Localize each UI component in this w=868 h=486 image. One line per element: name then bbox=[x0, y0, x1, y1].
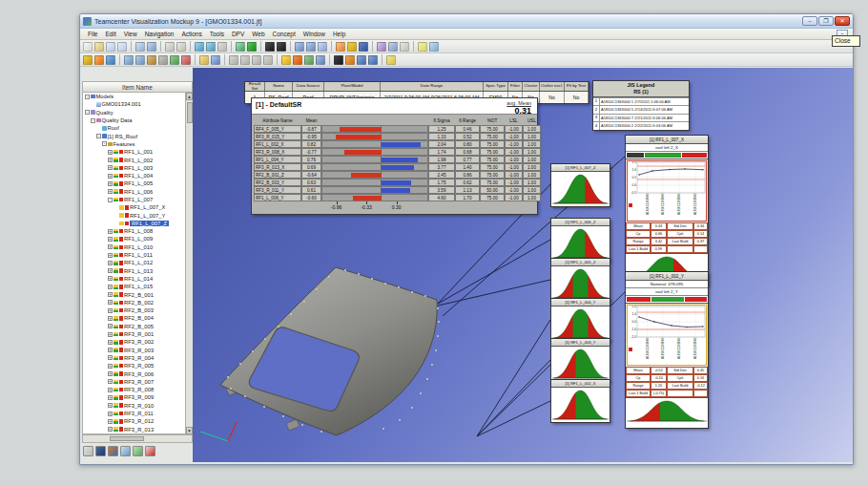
attribute-row-rf2_b_001_z[interactable]: RF2_B_001_Z-0.642.450.8675.00-1.001.00 bbox=[254, 171, 535, 179]
tree-item-rf3-r-004[interactable]: +RF3_R_004 bbox=[83, 354, 192, 362]
tree-expander-plus[interactable]: + bbox=[108, 292, 113, 297]
histogram-window-title[interactable]: [1] RF1_L_004_Y bbox=[551, 299, 610, 306]
toolbar-icon[interactable] bbox=[158, 55, 168, 65]
tree-item-rf1-l-008[interactable]: +RF1_L_008 bbox=[83, 227, 192, 235]
toolbar-icon[interactable] bbox=[429, 42, 439, 52]
menu-tools[interactable]: Tools bbox=[206, 31, 228, 37]
attribute-row-rf1_l_004_y[interactable]: RF1_L_004_Y0.761.980.7775.00-1.001.00 bbox=[254, 156, 535, 163]
tree-expander-plus[interactable]: + bbox=[108, 237, 113, 242]
tree-item-rf3-r-012[interactable]: +RF3_R_012 bbox=[83, 417, 192, 425]
tree-expander-plus[interactable]: + bbox=[108, 379, 113, 384]
tree-expander-plus[interactable]: + bbox=[108, 244, 113, 249]
title-bar[interactable]: Teamcenter Visualization Mockup 9 - [GMO… bbox=[80, 14, 853, 29]
toolbar-icon[interactable] bbox=[345, 55, 355, 65]
toolbar-icon[interactable] bbox=[83, 42, 93, 52]
menu-actions[interactable]: Actions bbox=[177, 31, 205, 37]
histogram-window-4[interactable]: [1] RF1_L_004_Y bbox=[550, 298, 610, 342]
toolbar-icon[interactable] bbox=[217, 42, 227, 52]
tree-expander-minus[interactable]: - bbox=[85, 95, 90, 99]
tree-tab-panel[interactable] bbox=[83, 446, 93, 456]
tree-item--1-rs-roof[interactable]: -[1] RS_Roof bbox=[83, 132, 192, 139]
toolbar-icon[interactable] bbox=[229, 55, 238, 65]
tree-item-features[interactable]: -Features bbox=[83, 140, 192, 148]
histogram-window-title[interactable]: [1] RF1_L_006_Z bbox=[551, 219, 610, 226]
tree-expander-plus[interactable]: + bbox=[108, 332, 113, 337]
tree-expander-plus[interactable]: + bbox=[108, 412, 113, 416]
histogram-window-5[interactable]: [1] RF1_L_003_Y bbox=[550, 338, 610, 382]
toolbar-icon[interactable] bbox=[83, 55, 93, 65]
scrollbar-thumb[interactable] bbox=[187, 102, 193, 123]
tree-expander-plus[interactable]: + bbox=[108, 348, 113, 352]
tree-expander-plus[interactable]: + bbox=[108, 158, 113, 162]
tree-item-rf1-l-014[interactable]: +RF1_L_014 bbox=[83, 275, 192, 283]
tree-item-roof[interactable]: Roof bbox=[83, 124, 192, 132]
tree-expander-plus[interactable]: + bbox=[108, 150, 113, 155]
tree-item-rf1-l-011[interactable]: +RF1_L_011 bbox=[83, 251, 192, 259]
menu-file[interactable]: File bbox=[84, 31, 101, 37]
toolbar-icon[interactable] bbox=[206, 42, 216, 52]
tree-item-rf1-l-004[interactable]: +RF1_L_004 bbox=[83, 172, 192, 180]
tree-item-rf3-r-001[interactable]: +RF3_R_001 bbox=[83, 330, 192, 338]
jis-legend-panel[interactable]: JIS Legend RS (1) 1A1810C1363000 1 2/7/2… bbox=[592, 80, 690, 131]
close-button[interactable]: ✕ bbox=[835, 16, 850, 26]
tree-tab-image[interactable] bbox=[95, 446, 106, 456]
toolbar-icon[interactable] bbox=[211, 55, 220, 65]
scroll-up-arrow[interactable]: ▲ bbox=[186, 93, 193, 100]
toolbar-icon[interactable] bbox=[195, 42, 204, 52]
tree-tab-colorwheel[interactable] bbox=[108, 446, 118, 456]
toolbar-icon[interactable] bbox=[336, 42, 345, 52]
tree-expander-plus[interactable]: + bbox=[108, 316, 113, 321]
toolbar-icon[interactable] bbox=[293, 55, 302, 65]
toolbar-icon[interactable] bbox=[240, 55, 250, 65]
attribute-row-rf3_r_015_y[interactable]: RF3_R_015_Y-0.951.330.5275.00-1.001.00 bbox=[254, 133, 535, 140]
tree-expander-plus[interactable]: + bbox=[108, 261, 113, 265]
toolbar-icon[interactable] bbox=[117, 42, 127, 52]
tree-tab-document[interactable] bbox=[120, 446, 131, 456]
jis-legend-row[interactable]: 1A1810C1363000 1 2/7/2011 1:06:00 AM bbox=[593, 97, 689, 106]
tree-item-rf3-r-011[interactable]: +RF3_R_011 bbox=[83, 410, 192, 417]
histogram-window-title[interactable]: [1] RF1_L_002_X bbox=[551, 380, 610, 388]
toolbar-icon[interactable] bbox=[176, 42, 186, 52]
toolbar-icon[interactable] bbox=[368, 55, 378, 65]
toolbar-icon[interactable] bbox=[170, 55, 179, 65]
tree-expander-plus[interactable]: + bbox=[108, 253, 113, 258]
toolbar-icon[interactable] bbox=[106, 55, 115, 65]
tree-expander-minus[interactable]: - bbox=[85, 110, 90, 115]
toolbar-icon[interactable] bbox=[316, 55, 325, 65]
tree-expander-plus[interactable]: + bbox=[108, 285, 113, 289]
toolbar-icon[interactable] bbox=[165, 42, 175, 52]
tree-expander-plus[interactable]: + bbox=[108, 189, 113, 194]
toolbar-icon[interactable] bbox=[147, 55, 156, 65]
histogram-window-title[interactable]: [1] RF1_L_007_Z bbox=[551, 164, 610, 172]
tree-item-quality-data[interactable]: -Quality Data bbox=[83, 116, 192, 124]
toolbar-icon[interactable] bbox=[334, 55, 343, 65]
toolbar-icon[interactable] bbox=[306, 42, 316, 52]
tree-expander-plus[interactable]: + bbox=[108, 355, 113, 360]
3d-viewport[interactable]: Result SetNameData SourcePlant/ModelDate… bbox=[193, 68, 853, 462]
histogram-window-title[interactable]: [1] RF1_L_003_Y bbox=[551, 339, 610, 347]
tree-expander-plus[interactable]: + bbox=[108, 427, 113, 432]
toolbar-icon[interactable] bbox=[295, 42, 304, 52]
tree-item-rf1-l-005[interactable]: +RF1_L_005 bbox=[83, 180, 192, 187]
menu-edit[interactable]: Edit bbox=[101, 31, 119, 37]
tree-item-rf1-l-002[interactable]: +RF1_L_002 bbox=[83, 156, 192, 163]
toolbar-icon[interactable] bbox=[357, 55, 366, 65]
tree-item-rf3-r-005[interactable]: +RF3_R_005 bbox=[83, 362, 192, 370]
jis-legend-row[interactable]: 2A1810C1363000 5 2/14/2011 6:07:06 AM bbox=[593, 105, 689, 114]
tree-item-rf3-r-006[interactable]: +RF3_R_006 bbox=[83, 370, 192, 377]
histogram-window-title[interactable]: [1] RF1_L_005_Z bbox=[551, 259, 610, 266]
tree-expander-plus[interactable]: + bbox=[108, 300, 113, 305]
tree-expander-plus[interactable]: + bbox=[108, 388, 113, 392]
toolbar-icon[interactable] bbox=[277, 42, 286, 52]
detail-panel-1[interactable]: [1] RF1_L_007_Xroof left 2_X1.51.00.50.0… bbox=[625, 135, 709, 286]
tree-item-rf1-l-003[interactable]: +RF1_L_003 bbox=[83, 164, 192, 172]
tree-horizontal-scrollbar[interactable] bbox=[82, 434, 193, 443]
attribute-row-rf4_f_005_y[interactable]: RF4_F_005_Y-0.871.250.4675.00-1.001.00 bbox=[254, 125, 535, 133]
detail-panel-2[interactable]: [1] RF1_L_002_YNominal: 478.095roof left… bbox=[625, 271, 709, 429]
menu-navigation[interactable]: Navigation bbox=[141, 31, 178, 37]
tree-expander-plus[interactable]: + bbox=[108, 165, 113, 170]
toolbar-icon[interactable] bbox=[377, 42, 386, 52]
tree-expander-plus[interactable]: + bbox=[108, 174, 113, 179]
tree-item-rf1-l-015[interactable]: +RF1_L_015 bbox=[83, 283, 192, 290]
tree-item-models[interactable]: -Models bbox=[83, 93, 192, 100]
